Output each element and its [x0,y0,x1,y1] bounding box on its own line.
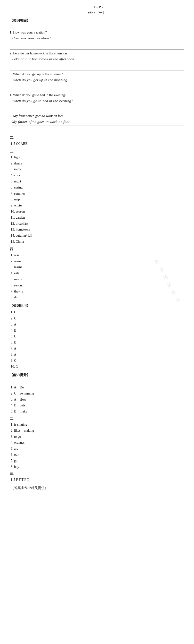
neng-yi-item-5: 5. B，make [11,408,184,414]
zhishi-baotu-header: 【知识巩固】 [10,18,184,23]
section-er-label: 二、 [10,136,184,140]
san-item-7: 7. summer [11,191,184,196]
si-item-6: 6. second [11,282,184,288]
yunyong-item-6: 6. B [11,340,184,346]
question-block-4: 4. When do you go to bed in the evening?… [10,93,184,112]
question-block-1: 1. How was your vacation? How was your v… [10,30,184,50]
zhishi-yunyong-header: 【知识运用】 [10,304,184,308]
yunyong-answers-list: 1. C 2. C 3. A 4. B 5. C 6. B 7. A 8. A … [10,310,184,370]
san-item-12: 12. breakfast [11,221,184,227]
section-san-label: 三、 [10,149,184,154]
san-item-1: 1. light [11,154,184,160]
neng-yi-item-3: 3. A，How [11,397,184,402]
neng-er-item-6: 6. our [11,452,184,458]
neng-er-label: 二、 [10,416,184,421]
question-5-answer: My father often goes to work on foot. [12,118,184,126]
neng-yi-item-1: 1. A，Do [11,384,184,390]
nengli-tisheng-header: 【能力提升】 [10,373,184,377]
san-item-8: 8. map [11,196,184,202]
question-3-answer: When do you get up in the morning? [12,77,184,84]
yunyong-item-10: 10. C [11,364,184,370]
san-item-6: 6. spring [11,184,184,190]
yunyong-item-4: 4. B [11,328,184,334]
neng-er-item-7: 7. go [11,458,184,464]
page-title-line2: 作业（一） [10,10,184,15]
question-5-text: 5. My father often goes to work on foot. [10,114,184,118]
san-answers-list: 1. light 2. dance 3. rainy 4 work 5. nig… [10,154,184,245]
si-item-3: 3. learns [11,264,184,270]
question-block-3: 3. When do you get up in the morning? Wh… [10,72,184,91]
san-item-3: 3. rainy [11,166,184,172]
question-4-answer: When do you go to bed in the evening? [12,98,184,105]
neng-yi-item-2: 2. C，swimming [11,391,184,396]
san-item-5: 5. night [11,178,184,184]
si-item-8: 8. did [11,294,184,300]
yunyong-item-1: 1. C [11,310,184,315]
question-block-2: 2. Let's do our homework in the afternoo… [10,52,184,70]
neng-er-item-1: 1. is singing [11,422,184,428]
neng-er-item-4: 4. oranges [11,440,184,446]
san-item-11: 11. garden [11,215,184,220]
section-si-label: 四、 [10,247,184,252]
yunyong-item-3: 3. A [11,322,184,328]
neng-er-item-8: 8. buy [11,464,184,470]
er-answer: 1-5 CCABB [11,141,184,147]
yunyong-item-8: 8. A [11,352,184,358]
question-2-answer: Let's do our homework in the afternoon. [12,56,184,63]
question-1-text: 1. How was your vacation? [10,30,184,34]
neng-er-list: 1. is singing 2. likes，making 3. to go 4… [10,422,184,470]
san-item-15: 15. China [11,239,184,245]
si-answers-list: 1. was 2. were 3. learns 4. eats 5. room… [10,252,184,300]
footer-text: （答案由作业精灵提供） [11,485,184,491]
san-item-2: 2. dance [11,160,184,166]
question-block-5: 5. My father often goes to work on foot.… [10,114,184,133]
yunyong-item-2: 2. C [11,316,184,322]
question-1-answer: How was your vacation? [12,35,184,42]
neng-er-item-5: 5. are [11,446,184,452]
neng-er-item-3: 3. to go [11,434,184,440]
si-item-7: 7. they're [11,288,184,294]
neng-yi-item-4: 4. B，gets [11,402,184,408]
yunyong-item-7: 7. A [11,346,184,352]
si-item-4: 4. eats [11,270,184,276]
neng-san-label: 三、 [10,472,184,476]
section-yi-label: 一、 [10,25,184,30]
san-item-9: 9. winter [11,202,184,208]
neng-san-answer: 1-5 F F T F T [11,477,184,483]
question-4-text: 4. When do you go to bed in the evening? [10,93,184,97]
si-item-5: 5. rooms [11,276,184,282]
san-item-13: 13. hometown [11,227,184,232]
neng-yi-label: 一、 [10,379,184,384]
san-item-10: 10. season [11,209,184,214]
page-title-line1: P1－P5 [10,5,184,10]
yunyong-item-9: 9. C [11,358,184,364]
san-item-4: 4 work [11,172,184,178]
question-2-text: 2. Let's do our homework in the afternoo… [10,52,184,56]
si-item-2: 2. were [11,258,184,264]
yunyong-item-5: 5. C [11,334,184,339]
san-item-14: 14. autumn/ fall [11,233,184,238]
neng-er-item-2: 2. likes，making [11,428,184,434]
question-3-text: 3. When do you get up in the morning? [10,72,184,76]
neng-yi-list: 1. A，Do 2. C，swimming 3. A，How 4. B，gets… [10,384,184,414]
si-item-1: 1. was [11,252,184,258]
